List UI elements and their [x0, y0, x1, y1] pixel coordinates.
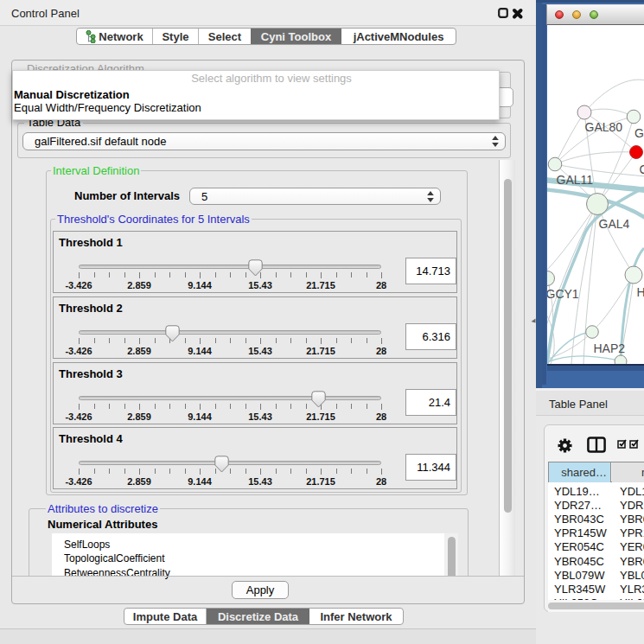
svg-text:C: C — [640, 163, 644, 176]
svg-text:GAL4: GAL4 — [599, 217, 630, 231]
svg-text:GAL80: GAL80 — [585, 120, 623, 134]
svg-text:HAP2: HAP2 — [594, 341, 626, 355]
svg-text:H: H — [637, 285, 644, 299]
svg-text:GA: GA — [634, 126, 644, 140]
svg-text:GCY1: GCY1 — [547, 287, 579, 301]
svg-text:GAL11: GAL11 — [557, 173, 594, 187]
